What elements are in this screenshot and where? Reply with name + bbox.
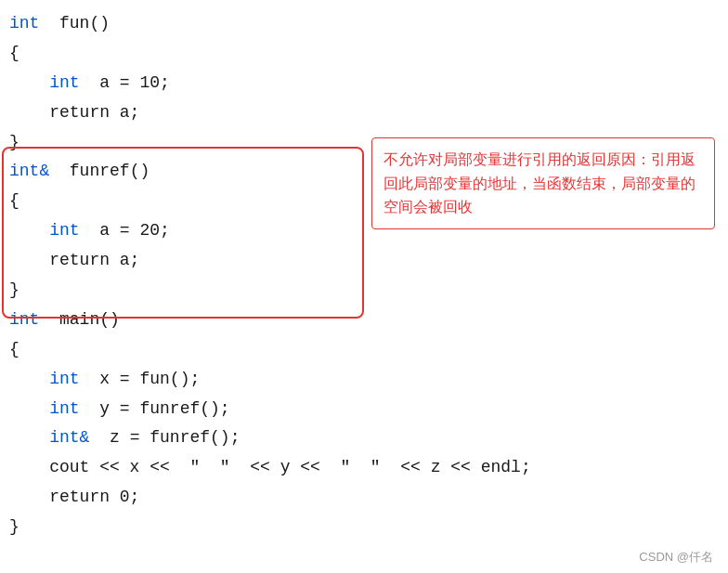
code-line-3: int a = 10; <box>0 69 728 98</box>
code-line-15: int& z = funref(); <box>0 423 728 453</box>
code-line-1: int fun() <box>0 9 728 39</box>
code-line-9: return a; <box>0 246 728 276</box>
code-line-11: int main() <box>0 306 728 335</box>
code-line-2: { <box>0 39 728 69</box>
code-line-4: return a; <box>0 98 728 128</box>
code-line-17: return 0; <box>0 483 728 513</box>
tooltip-box: 不允许对局部变量进行引用的返回原因：引用返回此局部变量的地址，当函数结束，局部变… <box>371 137 715 229</box>
code-line-14: int y = funref(); <box>0 395 728 424</box>
code-area: 不允许对局部变量进行引用的返回原因：引用返回此局部变量的地址，当函数结束，局部变… <box>0 0 728 573</box>
branding: CSDN @仟名 <box>639 549 713 566</box>
code-line-16: cout << x << " " << y << " " << z << end… <box>0 453 728 483</box>
code-line-18: } <box>0 513 728 542</box>
tooltip-text: 不允许对局部变量进行引用的返回原因：引用返回此局部变量的地址，当函数结束，局部变… <box>384 151 696 215</box>
code-line-10: } <box>0 276 728 306</box>
code-line-13: int x = fun(); <box>0 365 728 395</box>
code-line-12: { <box>0 335 728 365</box>
